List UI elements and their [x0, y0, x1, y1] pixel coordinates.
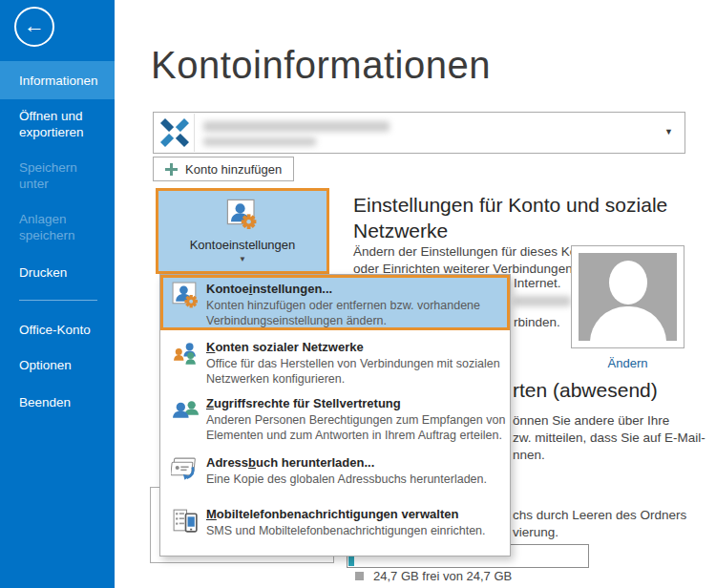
- menu-item-description: SMS und Mobiltelefonbenachrichtigungen e…: [206, 523, 504, 538]
- sidebar-item-drucken[interactable]: Drucken: [0, 264, 115, 281]
- cleanup-text-fragment: chs durch Leeren des Ordners vierung.: [513, 507, 686, 541]
- account-settings-menu: Kontoeinstellungen... Konten hinzufügen …: [159, 274, 511, 556]
- menu-item-title: Adressbuch herunterladen...: [206, 455, 504, 470]
- delegate-access-icon: [171, 395, 200, 425]
- sidebar-divider: [19, 300, 97, 301]
- back-area: ←: [0, 7, 115, 61]
- account-settings-icon: [158, 198, 326, 236]
- chevron-down-icon: ▼: [158, 255, 326, 263]
- menu-item-title: Zugriffsrechte für Stellvertretung: [206, 396, 504, 410]
- storage-info: 24,7 GB frei von 24,7 GB: [355, 569, 512, 583]
- settings-text-fragment-internet: Internet.: [514, 275, 561, 292]
- change-photo-link[interactable]: Ändern: [571, 356, 684, 370]
- user-photo-placeholder: [571, 245, 684, 348]
- menu-item-kontoeinstellungen[interactable]: Kontoeinstellungen... Konten hinzufügen …: [160, 275, 510, 330]
- sidebar-item-anlagen-speichern: Anlagen speichern: [0, 211, 115, 243]
- outlook-backstage: Posteingang - - Outlook ← Informationen …: [0, 0, 716, 588]
- settings-text-fragment-verbinden: rbinden.: [514, 314, 560, 331]
- menu-item-description: Eine Kopie des globalen Adressbuchs heru…: [206, 472, 504, 487]
- storage-text: 24,7 GB frei von 24,7 GB: [373, 569, 512, 583]
- add-account-label: Konto hinzufügen: [185, 162, 282, 177]
- menu-item-title: Konten sozialer Netzwerke: [206, 340, 504, 354]
- redacted-account-type: [203, 137, 316, 146]
- sidebar-item-oeffnen-und-exportieren[interactable]: Öffnen und exportieren: [0, 108, 115, 140]
- redacted-link: [514, 296, 571, 306]
- menu-item-konten-sozialer-netzwerke[interactable]: Konten sozialer Netzwerke Office für das…: [160, 334, 510, 387]
- menu-item-mobiltelefonbenachrichtigungen[interactable]: Mobiltelefonbenachrichtigungen verwalten…: [160, 501, 510, 538]
- account-selector-dropdown[interactable]: ▼: [153, 112, 685, 154]
- menu-item-description: Office für das Herstellen von Verbindung…: [206, 356, 504, 387]
- mobile-notifications-icon: [171, 506, 200, 536]
- account-settings-button-label: Kontoeinstellungen: [158, 238, 326, 252]
- settings-section-heading: Einstellungen für Konto und soziale Netz…: [353, 192, 667, 243]
- menu-item-description: Konten hinzufügen oder entfernen bzw. vo…: [206, 298, 501, 328]
- autoreply-body-fragment: önnen Sie andere über Ihre zw. mitteilen…: [513, 412, 705, 464]
- sidebar-item-optionen[interactable]: Optionen: [0, 357, 115, 373]
- menu-item-zugriffsrechte-stellvertretung[interactable]: Zugriffsrechte für Stellvertretung Ander…: [160, 390, 510, 443]
- chevron-down-icon[interactable]: ▼: [664, 127, 673, 136]
- plus-icon: [165, 163, 178, 176]
- sidebar-item-speichern-unter: Speichern unter: [0, 159, 115, 192]
- autoreply-heading-fragment: rten (abwesend): [513, 377, 658, 403]
- social-networks-icon: [171, 339, 200, 368]
- avatar-silhouette-icon: [579, 253, 677, 341]
- sidebar-item-informationen[interactable]: Informationen: [0, 61, 115, 99]
- redacted-account-name: [203, 121, 390, 132]
- account-settings-button[interactable]: Kontoeinstellungen ▼: [156, 188, 329, 274]
- address-book-icon: [171, 454, 200, 484]
- backstage-main: Kontoinformationen ▼ Konto hinzufügen: [115, 0, 716, 588]
- back-arrow-icon: ←: [24, 15, 45, 36]
- back-button[interactable]: ←: [14, 7, 54, 47]
- settings-section-body: Ändern der Einstellungen für dieses Kont…: [353, 243, 595, 278]
- menu-item-description: Anderen Personen Berechtigungen zum Empf…: [206, 412, 504, 443]
- add-account-button[interactable]: Konto hinzufügen: [153, 157, 294, 181]
- sidebar-item-beenden[interactable]: Beenden: [0, 394, 115, 410]
- menu-item-title: Kontoeinstellungen...: [206, 282, 501, 296]
- menu-item-title: Mobiltelefonbenachrichtigungen verwalten: [206, 507, 504, 521]
- exchange-icon: [155, 114, 195, 152]
- sidebar-item-office-konto[interactable]: Office-Konto: [0, 322, 115, 338]
- account-settings-icon: [171, 281, 200, 310]
- quota-legend-icon: [355, 572, 364, 580]
- backstage-sidebar: ← Informationen Öffnen und exportieren S…: [0, 0, 115, 588]
- page-title: Kontoinformationen: [151, 44, 491, 87]
- menu-item-adressbuch-herunterladen[interactable]: Adressbuch herunterladen... Eine Kopie d…: [160, 450, 510, 487]
